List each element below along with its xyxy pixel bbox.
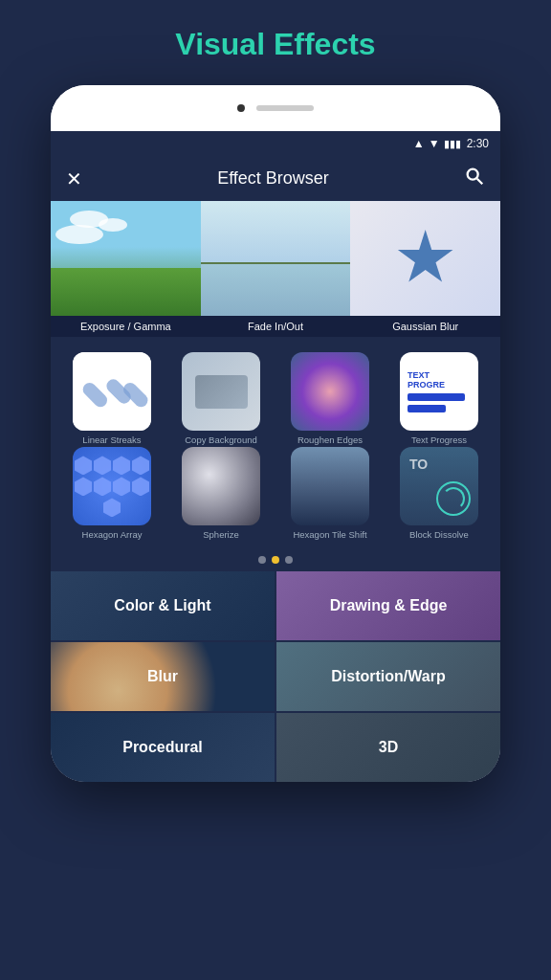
phone-frame: ▲ ▼ ▮▮▮ 2:30 ✕ Effect Browser: [51, 85, 500, 782]
page-title: Visual Effects: [175, 27, 375, 62]
copy-bg-inner: [182, 352, 260, 431]
effect-item-roughen-edges[interactable]: Roughen Edges: [276, 352, 384, 445]
effect-label-spherize: Spherize: [203, 529, 239, 540]
streaks-inner: [73, 352, 151, 431]
hex-dot: [94, 477, 111, 496]
hex-dot: [94, 456, 111, 475]
category-item-procedural[interactable]: Procedural: [51, 713, 275, 782]
effect-thumb-hexagon-array: [73, 447, 151, 525]
effect-item-copy-background[interactable]: Copy Background: [167, 352, 275, 445]
search-button[interactable]: [464, 166, 485, 191]
status-icons: ▲ ▼ ▮▮▮: [413, 137, 461, 150]
effect-label-roughen-edges: Roughen Edges: [298, 434, 363, 445]
effects-grid: Linear Streaks Copy Background Roughen E…: [51, 345, 500, 548]
star-shape: [397, 230, 454, 287]
category-label-drawing-edge: Drawing & Edge: [330, 597, 448, 614]
category-item-blur[interactable]: Blur: [51, 642, 275, 711]
text-prog-bar-1: [408, 393, 465, 401]
effect-label-hexagon-tile: Hexagon Tile Shift: [293, 529, 366, 540]
featured-item-fade[interactable]: Fade In/Out: [201, 201, 351, 337]
hex-dot: [132, 456, 149, 475]
featured-item-exposure[interactable]: Exposure / Gamma: [51, 201, 201, 337]
effect-label-text-progress: Text Progress: [411, 434, 467, 445]
effect-item-text-progress[interactable]: TEXTPROGRE Text Progress: [386, 352, 493, 445]
effect-item-hexagon-array[interactable]: Hexagon Array: [58, 447, 165, 540]
effect-item-spherize[interactable]: Spherize: [167, 447, 275, 540]
featured-thumb-fade: [201, 201, 351, 316]
category-label-blur: Blur: [147, 668, 178, 685]
hex-grid: [73, 447, 151, 525]
lake-sky: [201, 201, 351, 264]
effect-thumb-text-progress: TEXTPROGRE: [400, 352, 478, 431]
effect-thumb-hexagon-tile: [291, 447, 369, 525]
effect-thumb-roughen-edges: [291, 352, 369, 431]
battery-icon: ▮▮▮: [444, 138, 461, 150]
effect-thumb-linear-streaks: [73, 352, 151, 431]
effect-thumb-block-dissolve: TO: [400, 447, 478, 525]
svg-point-0: [468, 169, 478, 180]
category-item-drawing-edge[interactable]: Drawing & Edge: [276, 571, 500, 640]
text-prog-label: TEXTPROGRE: [408, 370, 445, 390]
dissolve-spiral: [442, 487, 465, 510]
category-item-3d[interactable]: 3D: [276, 713, 500, 782]
signal-icon: ▲: [413, 137, 425, 150]
featured-thumb-exposure: [51, 201, 201, 316]
phone-screen: ▲ ▼ ▮▮▮ 2:30 ✕ Effect Browser: [51, 131, 500, 782]
page-dot-2[interactable]: [272, 556, 279, 564]
hex-dot: [113, 477, 130, 496]
effect-thumb-copy-background: [182, 352, 260, 431]
hex-dot: [75, 477, 92, 496]
effect-item-linear-streaks[interactable]: Linear Streaks: [58, 352, 165, 445]
effect-item-block-dissolve[interactable]: TO Block Dissolve: [386, 447, 493, 540]
category-label-3d: 3D: [379, 739, 398, 756]
featured-thumb-gaussian: [350, 201, 500, 316]
effect-label-copy-background: Copy Background: [185, 434, 257, 445]
featured-item-gaussian[interactable]: Gaussian Blur: [350, 201, 500, 337]
effect-thumb-spherize: [182, 447, 260, 525]
hex-dot: [75, 456, 92, 475]
status-time: 2:30: [467, 137, 489, 150]
page-dot-1[interactable]: [258, 556, 266, 564]
category-grid: Color & Light Drawing & Edge Blur Distor…: [51, 571, 500, 782]
effect-label-linear-streaks: Linear Streaks: [82, 434, 141, 445]
dissolve-inner: [436, 481, 471, 516]
category-item-distortion[interactable]: Distortion/Warp: [276, 642, 500, 711]
category-item-color-light[interactable]: Color & Light: [51, 571, 275, 640]
phone-top-bar: [51, 85, 500, 131]
cloud-2: [99, 218, 127, 232]
page-dots: [51, 548, 500, 571]
status-bar: ▲ ▼ ▮▮▮ 2:30: [51, 131, 500, 156]
copy-bg-card: [195, 375, 248, 409]
app-header: ✕ Effect Browser: [51, 156, 500, 201]
lake-water: [201, 264, 351, 316]
cloud-3: [55, 225, 103, 244]
effect-item-hexagon-tile[interactable]: Hexagon Tile Shift: [276, 447, 384, 540]
text-prog-bar-2: [408, 405, 446, 412]
phone-speaker: [256, 105, 314, 111]
effect-label-hexagon-array: Hexagon Array: [82, 529, 143, 540]
category-label-distortion: Distortion/Warp: [331, 668, 445, 685]
featured-label-gaussian: Gaussian Blur: [350, 316, 500, 337]
close-button[interactable]: ✕: [66, 167, 82, 190]
category-label-color-light: Color & Light: [114, 597, 210, 614]
hex-dot: [103, 498, 121, 517]
svg-line-1: [477, 179, 483, 185]
effect-label-block-dissolve: Block Dissolve: [409, 529, 469, 540]
to-label: TO: [409, 457, 428, 472]
phone-camera: [237, 104, 245, 112]
header-title: Effect Browser: [217, 168, 329, 189]
hex-dot: [132, 477, 149, 496]
featured-effects-row: Exposure / Gamma Fade In/Out Gaussian Bl…: [51, 201, 500, 337]
featured-label-fade: Fade In/Out: [201, 316, 351, 337]
page-dot-3[interactable]: [285, 556, 293, 564]
category-label-procedural: Procedural: [122, 739, 203, 756]
hex-dot: [113, 456, 130, 475]
wifi-icon: ▼: [429, 137, 440, 150]
featured-label-exposure: Exposure / Gamma: [51, 316, 201, 337]
